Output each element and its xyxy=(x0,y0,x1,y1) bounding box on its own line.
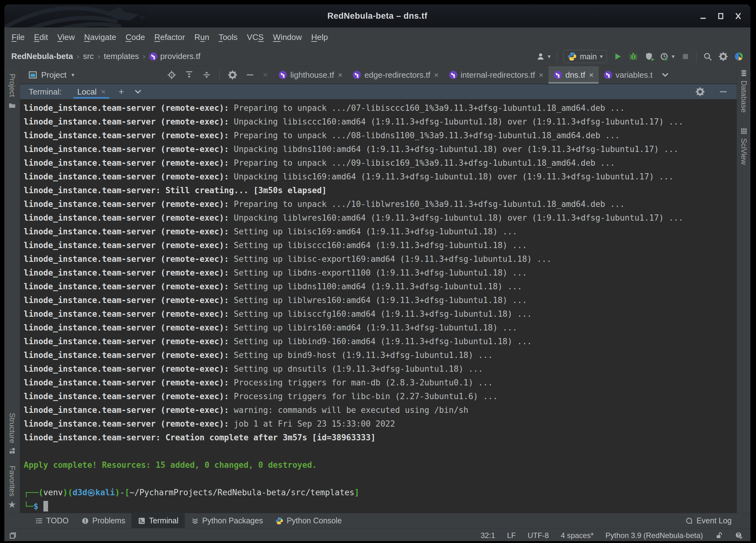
chevron-down-icon[interactable]: ▾ xyxy=(71,71,74,78)
encoding-widget[interactable]: UTF-8 xyxy=(528,531,549,540)
breadcrumb-src[interactable]: src xyxy=(83,51,94,61)
mini-run-icon xyxy=(650,57,655,62)
terraform-file-icon xyxy=(352,71,361,79)
python-packages-icon xyxy=(191,517,199,525)
menu-code[interactable]: Code xyxy=(121,32,150,42)
toolwindow-button-python-packages[interactable]: Python Packages xyxy=(185,513,269,528)
toolwindow-button-todo[interactable]: TODO xyxy=(29,513,75,528)
menu-edit[interactable]: Edit xyxy=(29,32,53,42)
settings-gear-icon[interactable] xyxy=(719,52,728,61)
profiler-button[interactable]: ▾ xyxy=(660,52,675,61)
restore-toolwindows-icon[interactable] xyxy=(9,531,17,540)
hide-panel-icon[interactable] xyxy=(719,87,728,96)
terminal-line: linode_instance.team-server (remote-exec… xyxy=(24,101,737,115)
terminal-line: linode_instance.team-server (remote-exec… xyxy=(24,417,737,431)
close-button[interactable] xyxy=(734,12,742,20)
run-button[interactable] xyxy=(613,52,622,61)
terraform-file-icon xyxy=(604,71,612,79)
close-terminal-tab-icon[interactable]: × xyxy=(101,87,106,96)
close-tab-icon[interactable]: × xyxy=(538,70,543,80)
locate-file-icon[interactable] xyxy=(167,70,176,80)
ide-updates-sphere-icon[interactable] xyxy=(734,52,744,61)
tab-variables[interactable]: variables.t xyxy=(599,66,658,84)
folder-icon[interactable] xyxy=(8,101,16,110)
database-icon[interactable] xyxy=(740,69,748,77)
close-tab-icon[interactable]: × xyxy=(337,70,342,80)
collapse-all-icon[interactable] xyxy=(202,70,211,80)
run-configuration-selector[interactable]: main ▾ xyxy=(563,50,607,63)
search-everywhere-icon[interactable] xyxy=(703,52,712,61)
hide-panel-icon[interactable] xyxy=(245,70,255,80)
close-tab-icon[interactable]: × xyxy=(433,70,439,80)
star-icon[interactable]: ★ xyxy=(8,499,16,510)
terminal-line: linode_instance.team-server (remote-exec… xyxy=(24,348,737,362)
python-logo-icon xyxy=(275,517,283,525)
menu-tools[interactable]: Tools xyxy=(214,32,242,42)
menu-view[interactable]: View xyxy=(53,32,80,42)
terminal-line: linode_instance.team-server (remote-exec… xyxy=(24,293,737,307)
menu-navigate[interactable]: Navigate xyxy=(80,32,121,42)
terminal-sessions-dropdown[interactable] xyxy=(133,87,143,96)
terminal-line: linode_instance.team-server (remote-exec… xyxy=(24,252,737,266)
stop-button[interactable] xyxy=(681,52,690,61)
run-with-coverage-button[interactable] xyxy=(644,52,654,61)
breadcrumb-project[interactable]: RedNebula-beta xyxy=(11,51,73,61)
tab-edge-redirectors[interactable]: edge-redirectors.tf × xyxy=(347,66,444,84)
terminal-line: linode_instance.team-server: Creation co… xyxy=(24,431,737,444)
terminal-tab-local[interactable]: Local × xyxy=(73,84,109,99)
maximize-button[interactable] xyxy=(717,12,725,20)
debug-button[interactable] xyxy=(629,52,638,61)
new-terminal-session-button[interactable]: + xyxy=(119,86,124,97)
tab-dns[interactable]: dns.tf × xyxy=(548,66,599,84)
close-tab-icon[interactable]: × xyxy=(588,70,594,80)
menu-bar: FileEditViewNavigateCodeRefactorRunTools… xyxy=(4,27,750,47)
toolwindow-button-structure[interactable]: Structure xyxy=(8,413,17,443)
toolwindow-button-project[interactable]: Project xyxy=(8,74,17,97)
toolwindow-button-terminal[interactable]: Terminal xyxy=(131,513,184,528)
menu-file[interactable]: File xyxy=(7,32,29,42)
interpreter-widget[interactable]: Python 3.9 (RedNebula-beta) xyxy=(606,531,703,540)
settings-gear-icon[interactable] xyxy=(695,87,705,96)
editor-tabs: lighthouse.tf × edge-redirectors.tf × in… xyxy=(273,66,673,84)
caret-position-widget[interactable]: 32:1 xyxy=(481,531,495,540)
terminal-cursor xyxy=(43,501,48,511)
menu-help[interactable]: Help xyxy=(307,32,332,42)
terminal-output[interactable]: linode_instance.team-server (remote-exec… xyxy=(20,99,737,513)
toolwindow-button-sciview[interactable]: SciView xyxy=(739,138,748,165)
expand-all-icon[interactable] xyxy=(184,70,194,80)
unlocked-padlock-icon[interactable] xyxy=(715,531,723,540)
terraform-file-icon xyxy=(278,71,287,79)
terminal-line: linode_instance.team-server (remote-exec… xyxy=(24,280,737,293)
structure-icon[interactable] xyxy=(8,447,16,455)
breadcrumb-file[interactable]: providers.tf xyxy=(149,51,200,61)
event-log-button[interactable]: Event Log xyxy=(685,513,732,528)
toolwindow-button-database[interactable]: Database xyxy=(739,81,748,113)
toolwindow-button-python-console[interactable]: Python Console xyxy=(269,513,348,528)
terminal-line: linode_instance.team-server (remote-exec… xyxy=(24,335,737,348)
sciview-grid-icon[interactable] xyxy=(740,127,748,135)
hidden-tabs-button[interactable] xyxy=(657,66,673,84)
breadcrumb-separator: › xyxy=(94,52,104,61)
inspections-profile-icon[interactable] xyxy=(735,531,743,540)
menu-run[interactable]: Run xyxy=(190,32,214,42)
minimize-button[interactable] xyxy=(699,12,707,20)
settings-gear-icon[interactable] xyxy=(228,70,237,80)
terraform-file-icon xyxy=(449,71,458,79)
project-panel-title[interactable]: Project xyxy=(41,70,66,80)
chevron-down-icon: ▾ xyxy=(600,53,603,60)
menu-refactor[interactable]: Refactor xyxy=(150,32,189,42)
tab-lighthouse[interactable]: lighthouse.tf × xyxy=(273,66,347,84)
menu-vcs[interactable]: VCS xyxy=(242,32,268,42)
tab-internal-redirectors[interactable]: internal-redirectors.tf × xyxy=(444,66,549,84)
toolbar-divider xyxy=(696,51,697,62)
toolwindow-button-problems[interactable]: Problems xyxy=(75,513,132,528)
indent-widget[interactable]: 4 spaces* xyxy=(561,531,593,540)
line-separator-widget[interactable]: LF xyxy=(507,531,516,540)
toolwindow-button-favorites[interactable]: Favorites xyxy=(8,466,17,497)
terminal-line: linode_instance.team-server: Still creat… xyxy=(24,183,737,197)
user-profile-button[interactable]: ▾ xyxy=(536,52,551,61)
terminal-line: linode_instance.team-server (remote-exec… xyxy=(24,129,737,142)
menu-window[interactable]: Window xyxy=(268,32,307,42)
breadcrumb-templates[interactable]: templates xyxy=(104,51,139,61)
close-icon[interactable]: × xyxy=(263,70,268,80)
